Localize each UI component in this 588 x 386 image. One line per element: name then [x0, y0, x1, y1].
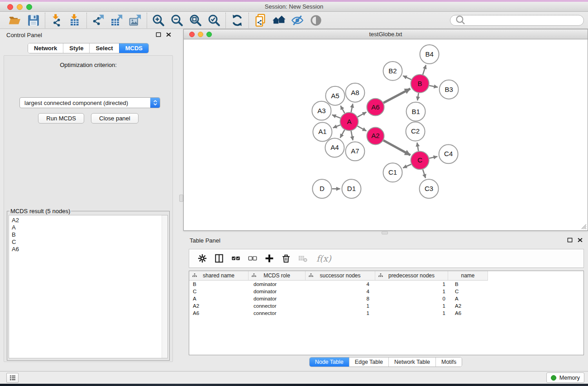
- horizontal-splitter-grip[interactable]: [382, 231, 388, 234]
- table-cell[interactable]: 0: [375, 295, 448, 302]
- zoom-network-button[interactable]: [206, 32, 212, 37]
- node-A4[interactable]: A4: [325, 138, 344, 157]
- edge-B-B2[interactable]: [403, 76, 411, 79]
- export-network-icon[interactable]: [91, 14, 105, 27]
- search-input[interactable]: [468, 16, 580, 25]
- edge-B-B1[interactable]: [417, 93, 418, 100]
- search-field[interactable]: [450, 15, 584, 26]
- zoom-window-button[interactable]: [26, 4, 32, 10]
- edge-B-B4[interactable]: [423, 65, 426, 75]
- settings-gear-icon[interactable]: [197, 253, 207, 263]
- edge-B-B3[interactable]: [429, 86, 438, 87]
- node-B3[interactable]: B3: [440, 80, 459, 99]
- node-A7[interactable]: A7: [345, 142, 364, 161]
- open-icon[interactable]: [8, 14, 22, 27]
- vertical-splitter-grip[interactable]: [179, 195, 183, 202]
- table-cell[interactable]: 1: [375, 288, 448, 295]
- result-scrollbar[interactable]: [162, 215, 167, 358]
- import-network-icon[interactable]: [50, 14, 63, 27]
- minimize-network-button[interactable]: [198, 32, 203, 37]
- table-cell[interactable]: A: [189, 295, 249, 302]
- table-cell[interactable]: A2: [448, 302, 488, 310]
- mcds-result-item[interactable]: B: [12, 231, 167, 238]
- edge-C-C3[interactable]: [423, 169, 425, 178]
- mcds-result-item[interactable]: A2: [12, 217, 167, 224]
- node-B[interactable]: B: [411, 75, 429, 93]
- hide-selected-icon[interactable]: [291, 14, 304, 27]
- edge-C-C4[interactable]: [429, 157, 437, 158]
- table-row[interactable]: A6connector11A6: [189, 310, 583, 317]
- close-panel-icon[interactable]: [165, 31, 172, 38]
- float-panel-icon[interactable]: [155, 31, 162, 38]
- node-A[interactable]: A: [340, 113, 358, 131]
- column-header-name[interactable]: name: [448, 271, 488, 281]
- table-cell[interactable]: dominator: [249, 281, 306, 288]
- table-cell[interactable]: B: [448, 281, 488, 288]
- edge-A-A1[interactable]: [333, 125, 340, 128]
- ndex-icon[interactable]: [272, 14, 286, 27]
- memory-button[interactable]: Memory: [546, 372, 584, 383]
- node-C3[interactable]: C3: [420, 179, 439, 198]
- save-icon[interactable]: [27, 14, 40, 27]
- edge-A-A2[interactable]: [358, 126, 367, 131]
- table-cell[interactable]: 1: [375, 281, 448, 288]
- edge-A2-C[interactable]: [383, 140, 411, 155]
- node-D1[interactable]: D1: [342, 179, 361, 198]
- minimize-window-button[interactable]: [17, 4, 23, 10]
- refresh-icon[interactable]: [230, 14, 244, 27]
- export-table-icon[interactable]: [110, 14, 124, 27]
- zoom-selected-icon[interactable]: [207, 14, 221, 27]
- edge-A-A3[interactable]: [332, 115, 340, 118]
- node-B2[interactable]: B2: [383, 62, 402, 81]
- table-cell[interactable]: 1: [306, 302, 375, 310]
- select-all-icon[interactable]: [231, 253, 241, 263]
- table-cell[interactable]: 4: [306, 281, 375, 288]
- tab-node-table[interactable]: Node Table: [310, 357, 349, 367]
- columns-icon[interactable]: [214, 253, 224, 263]
- tab-select[interactable]: Select: [89, 43, 119, 53]
- resize-grip-icon[interactable]: [580, 223, 587, 229]
- tab-style[interactable]: Style: [63, 43, 89, 53]
- table-cell[interactable]: A2: [189, 302, 249, 310]
- table-row[interactable]: A2connector11A2: [189, 302, 583, 310]
- network-canvas[interactable]: B4B2BB3A8A5A6A3B1AC2A1A2A4A7C4CC1C3DD1: [184, 39, 588, 230]
- table-cell[interactable]: A: [448, 295, 488, 302]
- network-window-titlebar[interactable]: testGlobe.txt: [184, 29, 588, 39]
- node-A6[interactable]: A6: [367, 99, 384, 116]
- table-cell[interactable]: 4: [306, 288, 375, 295]
- table-row[interactable]: Bdominator41B: [189, 281, 583, 288]
- tab-network[interactable]: Network: [28, 43, 63, 53]
- node-C1[interactable]: C1: [383, 163, 402, 182]
- deselect-all-icon[interactable]: [248, 253, 258, 263]
- table-cell[interactable]: connector: [249, 302, 306, 310]
- table-cell[interactable]: C: [448, 288, 488, 295]
- edge-C-C2[interactable]: [417, 143, 418, 151]
- close-network-button[interactable]: [189, 32, 195, 37]
- table-cell[interactable]: dominator: [249, 295, 306, 302]
- edge-A6-B[interactable]: [383, 89, 410, 103]
- table-cell[interactable]: connector: [249, 310, 306, 317]
- table-cell[interactable]: dominator: [249, 288, 306, 295]
- tab-mcds[interactable]: MCDS: [119, 43, 148, 53]
- network-file-icon[interactable]: [253, 14, 267, 27]
- float-table-panel-icon[interactable]: [567, 237, 574, 243]
- zoom-fit-icon[interactable]: [189, 14, 202, 27]
- node-A8[interactable]: A8: [345, 83, 364, 102]
- node-B1[interactable]: B1: [406, 102, 425, 121]
- tab-motifs[interactable]: Motifs: [435, 357, 462, 367]
- table-cell[interactable]: B: [189, 281, 249, 288]
- table-cell[interactable]: 1: [375, 302, 448, 310]
- import-table-icon[interactable]: [68, 14, 82, 27]
- column-header-predecessor-nodes[interactable]: predecessor nodes: [375, 271, 448, 281]
- delete-column-icon[interactable]: [281, 253, 291, 263]
- node-C[interactable]: C: [411, 151, 429, 169]
- add-column-icon[interactable]: [264, 253, 274, 263]
- zoom-in-icon[interactable]: [152, 14, 165, 27]
- close-window-button[interactable]: [7, 4, 13, 10]
- export-image-icon[interactable]: [129, 14, 142, 27]
- node-A5[interactable]: A5: [325, 86, 344, 105]
- edge-A-A4[interactable]: [340, 130, 344, 138]
- mcds-result-item[interactable]: A: [12, 224, 167, 231]
- column-header-MCDS-role[interactable]: MCDS role: [249, 271, 306, 281]
- edge-A-A8[interactable]: [351, 104, 353, 112]
